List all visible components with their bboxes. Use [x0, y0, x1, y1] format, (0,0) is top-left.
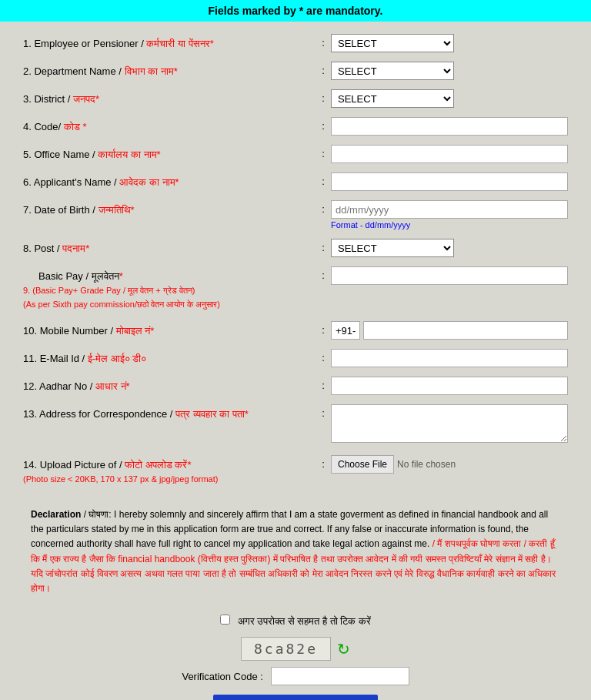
input-mobile: +91- — [331, 321, 568, 340]
input-upload: Choose File No file chosen — [331, 455, 568, 474]
input-post: SELECT — [331, 239, 568, 257]
colon-2: : — [316, 62, 331, 76]
upload-subnote: (Photo size < 20KB, 170 x 137 px & jpg/j… — [23, 474, 218, 484]
address-field[interactable] — [331, 404, 568, 443]
top-banner: Fields marked by * are mandatory. — [0, 0, 591, 22]
refresh-icon[interactable]: ↻ — [337, 640, 350, 658]
captcha-value: 8ca82e — [254, 641, 318, 657]
colon-3: : — [316, 89, 331, 104]
row-aadhar: 12. Aadhar No / आधार नं* : — [23, 372, 568, 400]
basic-pay-sublabel: 9. (Basic Pay+ Grade Pay / मूल वेतन + ग्… — [23, 286, 220, 309]
colon-12: : — [316, 377, 331, 391]
declaration-title: Declaration — [31, 509, 81, 520]
input-address — [331, 404, 568, 446]
label-employee: 1. Employee or Pensioner / कर्मचारी या प… — [23, 34, 316, 51]
input-district: SELECT — [331, 89, 568, 108]
label-basic-pay: Basic Pay / मूलवेतन* 9. (Basic Pay+ Grad… — [23, 266, 316, 312]
colon-5: : — [316, 145, 331, 159]
input-basic-pay — [331, 266, 568, 285]
select-department[interactable]: SELECT — [331, 62, 454, 80]
input-dob: Format - dd/mm/yyyy — [331, 200, 568, 229]
row-email: 11. E-Mail Id / ई-मेल आई० डी० : — [23, 344, 568, 372]
label-upload: 14. Upload Picture of / फोटो अपलोड करें*… — [23, 455, 316, 486]
applicant-name-field[interactable] — [331, 172, 568, 191]
select-employee[interactable]: SELECT — [331, 34, 454, 52]
label-department: 2. Department Name / विभाग का नाम* — [23, 62, 316, 79]
mobile-prefix: +91- — [331, 321, 360, 340]
label-aadhar: 12. Aadhar No / आधार नं* — [23, 377, 316, 394]
colon-10: : — [316, 321, 331, 336]
input-applicant-name — [331, 172, 568, 191]
declaration-title-hi: / घोषणा: — [84, 509, 112, 520]
row-upload: 14. Upload Picture of / फोटो अपलोड करें*… — [23, 450, 568, 491]
mobile-field[interactable] — [363, 321, 568, 340]
captcha-row: 8ca82e ↻ — [23, 637, 568, 661]
code-field[interactable] — [331, 117, 568, 136]
input-department: SELECT — [331, 62, 568, 80]
form-container: 1. Employee or Pensioner / कर्मचारी या प… — [0, 22, 591, 700]
agree-row: अगर उपरोक्त से सहमत है तो टिक करें — [23, 615, 568, 628]
row-employee: 1. Employee or Pensioner / कर्मचारी या प… — [23, 29, 568, 57]
row-office: 5. Office Name / कार्यालय का नाम* : — [23, 140, 568, 168]
label-post: 8. Post / पदनाम* — [23, 239, 316, 256]
submit-row: Submit — [23, 695, 568, 700]
colon-11: : — [316, 349, 331, 363]
label-dob: 7. Date of Birth / जन्मतिथि* — [23, 200, 316, 217]
choose-file-button[interactable]: Choose File — [331, 455, 394, 474]
colon-6: : — [316, 172, 331, 187]
dob-format-hint: Format - dd/mm/yyyy — [331, 220, 568, 229]
aadhar-field[interactable] — [331, 377, 568, 395]
colon-9: : — [316, 266, 331, 281]
colon-8: : — [316, 239, 331, 253]
label-mobile: 10. Mobile Number / मोबाइल नं* — [23, 321, 316, 338]
label-code: 4. Code/ कोड * — [23, 117, 316, 134]
colon-13: : — [316, 404, 331, 419]
input-aadhar — [331, 377, 568, 395]
row-address: 13. Address for Correspondence / पत्र व्… — [23, 400, 568, 450]
row-post: 8. Post / पदनाम* : SELECT — [23, 234, 568, 262]
label-office: 5. Office Name / कार्यालय का नाम* — [23, 145, 316, 162]
no-file-label: No file chosen — [397, 459, 456, 470]
submit-button[interactable]: Submit — [213, 695, 378, 700]
row-dob: 7. Date of Birth / जन्मतिथि* : Format - … — [23, 196, 568, 234]
basic-pay-field[interactable] — [331, 266, 568, 285]
colon-1: : — [316, 34, 331, 49]
input-office — [331, 145, 568, 163]
row-department: 2. Department Name / विभाग का नाम* : SEL… — [23, 57, 568, 85]
agree-checkbox[interactable] — [220, 615, 230, 625]
input-email — [331, 349, 568, 367]
label-district: 3. District / जनपद* — [23, 89, 316, 106]
label-email: 11. E-Mail Id / ई-मेल आई० डी० — [23, 349, 316, 366]
row-code: 4. Code/ कोड * : — [23, 112, 568, 140]
verification-row: Verification Code : — [23, 667, 568, 685]
row-district: 3. District / जनपद* : SELECT — [23, 85, 568, 112]
file-row: Choose File No file chosen — [331, 455, 568, 474]
select-post[interactable]: SELECT — [331, 239, 454, 257]
row-applicant-name: 6. Applicant's Name / आवेदक का नाम* : — [23, 168, 568, 196]
office-field[interactable] — [331, 145, 568, 163]
input-code — [331, 117, 568, 136]
select-district[interactable]: SELECT — [331, 89, 454, 108]
declaration-box: Declaration / घोषणा: I hereby solemnly a… — [23, 498, 568, 605]
row-basic-pay: Basic Pay / मूलवेतन* 9. (Basic Pay+ Grad… — [23, 262, 568, 317]
mobile-wrap: +91- — [331, 321, 568, 340]
colon-14: : — [316, 455, 331, 470]
captcha-image: 8ca82e — [241, 637, 331, 661]
verification-code-field[interactable] — [271, 667, 409, 685]
row-mobile: 10. Mobile Number / मोबाइल नं* : +91- — [23, 317, 568, 344]
colon-7: : — [316, 200, 331, 215]
colon-4: : — [316, 117, 331, 132]
banner-text: Fields marked by * are mandatory. — [209, 5, 383, 17]
verification-label: Verification Code : — [182, 671, 263, 682]
agree-text: अगर उपरोक्त से सहमत है तो टिक करें — [238, 615, 371, 627]
choose-file-label: Choose File — [338, 459, 387, 470]
dob-field[interactable] — [331, 200, 568, 219]
email-field[interactable] — [331, 349, 568, 367]
label-address: 13. Address for Correspondence / पत्र व्… — [23, 404, 316, 421]
label-applicant-name: 6. Applicant's Name / आवेदक का नाम* — [23, 172, 316, 189]
input-employee: SELECT — [331, 34, 568, 52]
